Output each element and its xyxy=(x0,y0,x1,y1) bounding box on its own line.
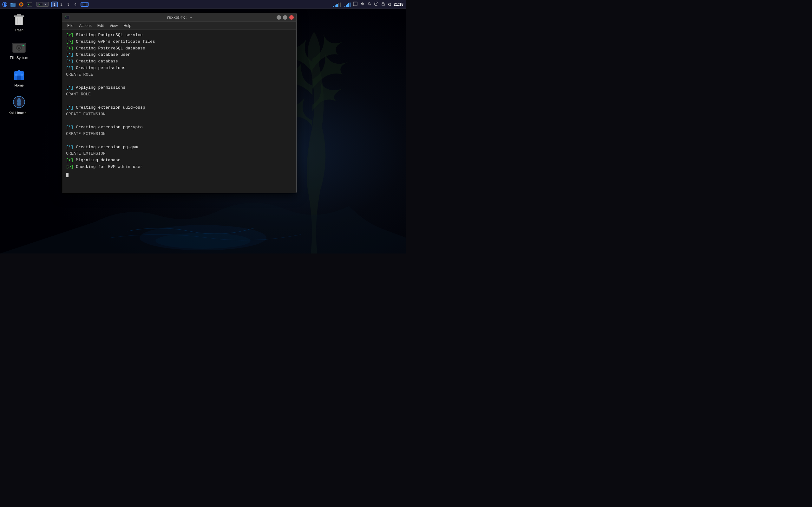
terminal-menu-view[interactable]: View xyxy=(107,23,120,29)
workspace-switcher: 1 2 3 4 xyxy=(51,2,89,7)
term-line-7: CREATE ROLE xyxy=(66,72,293,78)
term-line-12: [*] Creating extension pgcrypto xyxy=(66,124,293,131)
home-label: Home xyxy=(14,83,23,87)
svg-rect-21 xyxy=(17,14,21,16)
desktop-icon-trash[interactable]: Trash xyxy=(6,12,32,32)
term-line-6: [*] Creating permissions xyxy=(66,65,293,72)
term-line-11: CREATE EXTENSION xyxy=(66,111,293,118)
terminal-menu-edit[interactable]: Edit xyxy=(95,23,107,29)
terminal-close-button[interactable] xyxy=(289,15,294,20)
system-clock: 21:18 xyxy=(394,2,403,7)
desktop-icon-filesystem[interactable]: File System xyxy=(6,40,32,60)
workspace-4[interactable]: 4 xyxy=(72,2,79,7)
svg-rect-8 xyxy=(27,3,32,6)
svg-point-30 xyxy=(22,45,24,46)
window-switcher-icon[interactable] xyxy=(353,2,357,7)
term-line-2: [>] Creating GVM's certificate files xyxy=(66,39,293,45)
term-line-9: GRANT ROLE xyxy=(66,91,293,98)
taskbar-firefox-icon[interactable] xyxy=(18,1,25,8)
term-line-blank-3 xyxy=(66,118,293,124)
desktop-icon-container: Trash File System xyxy=(6,12,32,115)
term-line-17: [>] Checking for GVM admin user xyxy=(66,164,293,170)
terminal-output[interactable]: [>] Starting PostgreSQL service [>] Crea… xyxy=(62,30,296,193)
desktop: ▼ 1 2 3 4 xyxy=(0,0,406,253)
clock-icon[interactable] xyxy=(374,2,378,7)
terminal-menu-help[interactable]: Help xyxy=(121,23,134,29)
svg-rect-37 xyxy=(65,15,69,19)
term-line-blank-4 xyxy=(66,137,293,144)
trash-label: Trash xyxy=(14,28,23,32)
google-icon[interactable]: G xyxy=(388,2,391,7)
terminal-titlebar: ruxxo@rx: ~ xyxy=(62,13,296,22)
terminal-window: ruxxo@rx: ~ File Actions Edit View Help … xyxy=(62,13,297,193)
svg-rect-12 xyxy=(83,3,87,6)
workspace-2[interactable]: 2 xyxy=(58,2,65,7)
network-signal-icon xyxy=(334,2,341,7)
system-tray: G 21:18 xyxy=(334,2,406,7)
lock-icon[interactable] xyxy=(381,2,386,7)
term-line-3: [>] Creating PostgreSQL database xyxy=(66,45,293,52)
taskbar-left: ▼ xyxy=(0,1,50,8)
terminal-minimize-button[interactable] xyxy=(276,15,281,20)
term-line-1: [>] Starting PostgreSQL service xyxy=(66,32,293,39)
term-line-4: [*] Creating database user xyxy=(66,52,293,58)
desktop-icon-kali[interactable]: Kali Linux a... xyxy=(6,95,32,115)
svg-rect-34 xyxy=(15,74,17,76)
term-line-5: [*] Creating database xyxy=(66,58,293,65)
volume-icon[interactable] xyxy=(360,2,364,7)
term-line-blank-2 xyxy=(66,98,293,105)
kali-menu-icon[interactable] xyxy=(1,1,8,8)
terminal-menu-file[interactable]: File xyxy=(65,23,76,29)
svg-point-2 xyxy=(155,233,251,249)
svg-rect-10 xyxy=(38,3,43,6)
svg-rect-35 xyxy=(20,74,23,76)
svg-point-7 xyxy=(20,3,22,5)
active-window-indicator[interactable] xyxy=(81,2,89,7)
svg-rect-33 xyxy=(17,76,21,80)
taskbar-terminal-dropdown[interactable]: ▼ xyxy=(36,2,49,7)
terminal-menubar: File Actions Edit View Help xyxy=(62,22,296,30)
term-cursor-line xyxy=(66,170,293,177)
taskbar-files-icon[interactable] xyxy=(9,1,16,8)
term-line-13: CREATE EXTENSION xyxy=(66,131,293,137)
terminal-menu-actions[interactable]: Actions xyxy=(77,23,94,29)
terminal-maximize-button[interactable] xyxy=(283,15,287,20)
term-line-14: [*] Creating extension pg-gvm xyxy=(66,144,293,151)
term-line-16: [>] Migrating database xyxy=(66,157,293,164)
svg-rect-13 xyxy=(353,2,357,6)
notification-icon[interactable] xyxy=(367,2,371,7)
kali-label: Kali Linux a... xyxy=(9,111,30,115)
term-line-8: [*] Applying permissions xyxy=(66,84,293,91)
desktop-icon-home[interactable]: Home xyxy=(6,67,32,87)
filesystem-label: File System xyxy=(10,56,28,60)
terminal-title: ruxxo@rx: ~ xyxy=(166,15,192,20)
term-line-blank-1 xyxy=(66,78,293,85)
workspace-3[interactable]: 3 xyxy=(65,2,72,7)
wifi-signal-icon xyxy=(345,2,351,7)
svg-point-29 xyxy=(18,47,20,49)
svg-rect-18 xyxy=(382,3,385,6)
term-line-10: [*] Creating extension uuid-ossp xyxy=(66,105,293,111)
workspace-1[interactable]: 1 xyxy=(51,2,58,7)
terminal-window-icon xyxy=(65,15,70,20)
terminal-window-controls xyxy=(276,15,294,20)
taskbar: ▼ 1 2 3 4 xyxy=(0,0,406,9)
taskbar-terminal-icon[interactable] xyxy=(26,1,33,8)
term-line-15: CREATE EXTENSION xyxy=(66,151,293,157)
